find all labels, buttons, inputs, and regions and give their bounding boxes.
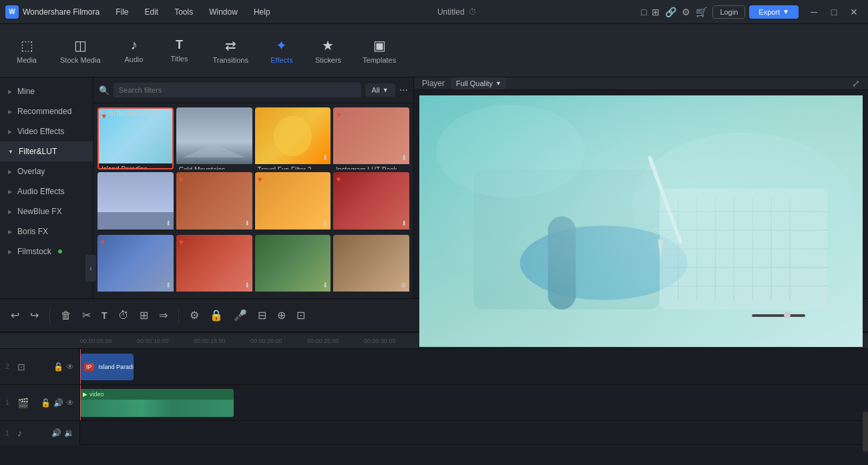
zoom-slider[interactable] xyxy=(752,314,805,317)
card8-download-icon: ⬇ xyxy=(401,219,407,227)
filter-card-cold-mountains[interactable]: Cold Mountains xyxy=(176,107,252,169)
snap-button[interactable]: ⚙ xyxy=(187,306,202,324)
sidebar-item-newblue-fx[interactable]: ▶ NewBlue FX xyxy=(0,201,93,221)
export-button[interactable]: Export ▼ xyxy=(749,5,799,19)
svg-rect-0 xyxy=(419,95,863,347)
filter-card-travel-fun[interactable]: ⬇ Travel Fun Filter 2 xyxy=(255,107,331,169)
svg-rect-4 xyxy=(548,216,576,309)
login-button[interactable]: Login xyxy=(712,5,745,19)
toolbar-titles[interactable]: T Titles xyxy=(160,34,200,67)
search-input[interactable] xyxy=(114,83,361,97)
sidebar-item-filmstock[interactable]: ▶ Filmstock xyxy=(0,242,93,262)
card10-label: Retro Lut Pack Filter 09 xyxy=(176,292,252,294)
sidebar-item-recommended[interactable]: ▶ Recommended xyxy=(0,101,93,121)
menu-help[interactable]: Help xyxy=(251,6,273,18)
filter-card-coolmood[interactable]: ♥ ⬇ CoolMood xyxy=(97,235,174,294)
layer-button[interactable]: ⊟ xyxy=(255,306,269,324)
track-effect-btns: 🔓 👁 xyxy=(53,362,74,372)
close-button[interactable]: ✕ xyxy=(845,5,863,19)
toolbar-effects[interactable]: ✦ Effects xyxy=(262,33,302,68)
sidebar-item-overlay[interactable]: ▶ Overlay xyxy=(0,161,93,181)
video-clip[interactable]: ▶ video xyxy=(80,389,234,417)
filter-card-nature-lut[interactable]: ⬇ Nature LUT Pack Filter... xyxy=(255,235,331,294)
topbar-icon-2[interactable]: ⊞ xyxy=(652,7,660,17)
menu-file[interactable]: File xyxy=(113,6,131,18)
maximize-button[interactable]: □ xyxy=(825,5,843,19)
ruler-mark-5: 00:00:30:00 xyxy=(364,338,421,344)
sidebar-item-filter-lut[interactable]: ▼ Filter&LUT xyxy=(0,141,93,161)
player-label: Player xyxy=(422,79,445,88)
main-toolbar: ⬚ Media ◫ Stock Media ♪ Audio T Titles ⇄… xyxy=(0,24,868,77)
more-options-button[interactable]: ··· xyxy=(399,84,408,96)
filter-all-tag[interactable]: All ▼ xyxy=(365,83,395,97)
toolbar-stickers[interactable]: ★ Stickers xyxy=(307,33,349,68)
text-button[interactable]: T xyxy=(99,308,110,324)
toolbar-transitions[interactable]: ⇄ Transitions xyxy=(205,33,256,68)
track-video-icon: 🎬 xyxy=(17,398,29,408)
topbar-icon-5[interactable]: 🛒 xyxy=(696,7,707,17)
timeline-scrollbar-thumb[interactable] xyxy=(863,412,868,452)
sidebar-item-boris-fx[interactable]: ▶ Boris FX xyxy=(0,221,93,242)
track-video-audio-icon[interactable]: 🔊 xyxy=(53,398,63,408)
filter-card-retro-lut-07[interactable]: ♥ ⬇ Retro Lut Pack Filter 07 xyxy=(333,172,409,231)
card2-label: Cold Mountains xyxy=(176,164,252,169)
toolbar-stock-media[interactable]: ◫ Stock Media xyxy=(52,33,109,68)
menu-window[interactable]: Window xyxy=(206,6,240,18)
track-video-eye-icon[interactable]: 👁 xyxy=(66,398,74,408)
clip-btn[interactable]: ⊡ xyxy=(294,306,308,324)
menu-edit[interactable]: Edit xyxy=(142,6,162,18)
sidebar-item-audio-effects[interactable]: ▶ Audio Effects xyxy=(0,181,93,201)
main-area: ▶ Mine ▶ Recommended ▶ Video Effects ▼ F… xyxy=(0,77,868,298)
track-video-lock-icon[interactable]: 🔓 xyxy=(41,398,51,408)
timer-button[interactable]: ⏱ xyxy=(116,307,132,324)
mic-button[interactable]: 🎤 xyxy=(231,306,250,324)
filter-card-pure-white-beach[interactable]: ⬇ Pure White Beach xyxy=(97,172,174,231)
toolbar-templates[interactable]: ▣ Templates xyxy=(355,33,404,68)
filter-card-retro-lut-10[interactable]: ♥ ⬇ Retro Lut Pack Filter 10 xyxy=(176,172,252,231)
sidebar-item-video-effects[interactable]: ▶ Video Effects xyxy=(0,121,93,141)
track-audio-mute-icon[interactable]: 🔊 xyxy=(51,428,61,438)
project-title: Untitled xyxy=(437,7,465,17)
track-effect-controls: 2 ⊡ 🔓 👁 xyxy=(0,349,80,384)
track-effect-lock-icon[interactable]: 🔓 xyxy=(53,362,63,372)
zoom-thumb[interactable] xyxy=(784,312,791,318)
lock-button[interactable]: 🔒 xyxy=(207,306,226,324)
topbar-icon-1[interactable]: □ xyxy=(641,7,646,17)
filter-card-beautify[interactable]: ⚙ Beautify xyxy=(333,235,409,294)
filter-card-instagram-lut[interactable]: ♥ ⬇ Instagram LUT Pack Fi... xyxy=(333,107,409,169)
redo-button[interactable]: ↪ xyxy=(27,306,41,324)
toolbar-audio[interactable]: ♪ Audio xyxy=(114,33,154,67)
menu-tools[interactable]: Tools xyxy=(172,6,196,18)
delete-button[interactable]: 🗑 xyxy=(58,307,74,324)
topbar-icon-3[interactable]: 🔗 xyxy=(665,7,676,17)
effect-clip-island-paradise[interactable]: IP Island Paradise xyxy=(80,354,134,380)
svg-point-1 xyxy=(632,133,855,282)
sidebar-collapse-button[interactable]: ‹ xyxy=(85,255,93,282)
track-effect-eye-icon[interactable]: 👁 xyxy=(66,362,74,372)
toolbar-media[interactable]: ⬚ Media xyxy=(7,33,47,68)
track-audio-num: 1 xyxy=(5,430,13,437)
adjust-button[interactable]: ⊞ xyxy=(137,306,151,324)
undo-button[interactable]: ↩ xyxy=(8,306,22,324)
filter-card-island-paradise[interactable]: ') center/cover;"> ♥ Island Paradise xyxy=(97,107,174,169)
card4-label: Instagram LUT Pack Fi... xyxy=(333,164,409,169)
export-dropdown-icon[interactable]: ▼ xyxy=(783,8,789,15)
search-icon: 🔍 xyxy=(99,85,110,95)
svg-point-20 xyxy=(436,105,585,197)
quality-select[interactable]: Full Quality ▼ xyxy=(451,77,506,89)
app-icon: W xyxy=(5,5,19,19)
recommended-arrow: ▶ xyxy=(8,109,12,115)
track-audio-volume-icon[interactable]: 🔉 xyxy=(64,428,74,438)
motion-button[interactable]: ⇒ xyxy=(156,306,170,324)
preview-expand-icon[interactable]: ⤢ xyxy=(852,78,860,89)
title-center: Untitled ⏱ xyxy=(273,7,641,17)
cut-button[interactable]: ✂ xyxy=(79,306,93,324)
filter-card-retro-lut-09[interactable]: ♥ ⬇ Retro Lut Pack Filter 09 xyxy=(176,235,252,294)
filter-card-travel-adventures[interactable]: ♥ ⬇ Travel Adventures Filter xyxy=(255,172,331,231)
minimize-button[interactable]: ─ xyxy=(805,5,823,19)
sidebar-item-mine[interactable]: ▶ Mine xyxy=(0,81,93,101)
split-button[interactable]: ⊕ xyxy=(274,306,288,324)
card9-heart-icon: ♥ xyxy=(100,238,105,247)
topbar-icon-4[interactable]: ⚙ xyxy=(682,7,690,17)
card1-label: Island Paradise xyxy=(99,163,172,169)
